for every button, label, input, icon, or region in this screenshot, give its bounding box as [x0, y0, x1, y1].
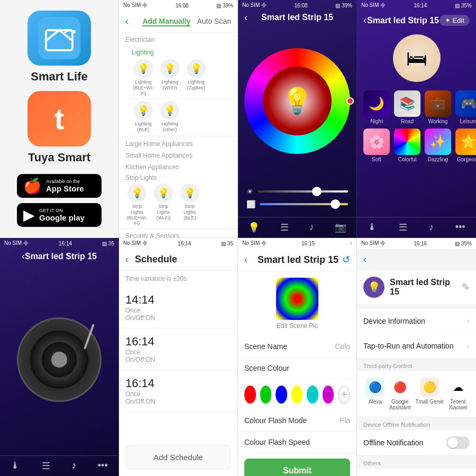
lighting-row-1: 💡 Lighting(BLE+Wi-Fi) 💡 Lighting(Wi-Fi) … [125, 57, 231, 99]
vinyl-center [51, 352, 67, 368]
color-yellow[interactable] [291, 386, 303, 404]
refresh-button[interactable]: ↺ [342, 254, 350, 266]
color-red[interactable] [244, 386, 256, 404]
offline-notif-toggle[interactable] [446, 436, 470, 449]
color-temp-thumb[interactable] [331, 199, 340, 209]
color-temp-track[interactable] [260, 203, 348, 205]
third-party-google[interactable]: 🔴 GoogleAssistant [389, 378, 411, 410]
tab-4-list[interactable]: ☰ [399, 222, 407, 233]
icon-bulb-3: 💡 [187, 59, 206, 78]
tab-list[interactable]: ☰ [280, 222, 289, 233]
status-time-8: 16:16 [414, 241, 427, 246]
brightness-track[interactable] [258, 190, 348, 193]
strip-wifi[interactable]: 💡 Strip Lights(Wi-Fi) [152, 184, 175, 226]
cat-large-home[interactable]: Large Home Appliances [119, 137, 237, 149]
lighting-other[interactable]: 💡 Lighting(other) [158, 101, 181, 133]
scene-night[interactable]: 🌙 Night [363, 90, 390, 124]
scene-working[interactable]: 💼 Working [425, 90, 451, 124]
back-button-6[interactable]: ‹ [125, 254, 129, 265]
lighting-ble[interactable]: 💡 Lighting(BLE) [132, 101, 155, 133]
cat-electrician[interactable]: Electrician [119, 33, 237, 44]
status-bar-4: No SIM 令 16:14 ▨ 35% [357, 0, 476, 11]
add-color-button[interactable]: + [338, 386, 350, 404]
third-party-alexa[interactable]: 🔵 Alexa [365, 378, 385, 410]
lighting-zigbee[interactable]: 💡 Lighting(ZigBee) [185, 59, 208, 96]
tab-camera[interactable]: 📷 [335, 222, 346, 233]
tab-4-bulb[interactable]: 🌡 [368, 222, 377, 233]
color-wheel[interactable]: 💡 [244, 48, 350, 154]
back-button-3[interactable]: ‹ [244, 12, 248, 23]
back-button-7[interactable]: ‹ [244, 254, 248, 266]
tab-5-more[interactable]: ••• [98, 460, 108, 472]
color-cyan[interactable] [307, 386, 318, 404]
info-section: Device Information › Tap-to-Run and Auto… [357, 309, 476, 359]
panel-add-manually: No SIM 令 16:08 ▨ 39% ‹ Add Manually Auto… [119, 0, 238, 238]
third-party-tecent[interactable]: ☁ TecentXiaowei [448, 378, 468, 410]
tab-5-music[interactable]: ♪ [71, 460, 76, 472]
edit-button-4[interactable]: ✦ Edit [440, 15, 470, 26]
tab-4-more[interactable]: ••• [455, 222, 465, 233]
toggle-dot [447, 437, 458, 448]
scene-name-leisure: Leisure [460, 118, 476, 124]
scene-name-label: Scene Name [244, 342, 287, 351]
status-bar-3: No SIM 令 16:08 ▨ 39% [238, 0, 356, 11]
cat-lighting[interactable]: Lighting [125, 45, 231, 57]
scene-colorful[interactable]: Colorful [394, 129, 420, 162]
strip-row: 💡 Strip Lights(BLE+Wi-Fi) 💡 Strip Lights… [125, 184, 231, 226]
cat-kitchen[interactable]: Kitchen Appliances [119, 160, 237, 172]
device-edit-icon[interactable]: ✎ [462, 281, 470, 293]
tab-4-music[interactable]: ♪ [429, 222, 434, 233]
color-wheel-area[interactable]: 💡 [238, 19, 356, 183]
tap-to-run-row[interactable]: Tap-to-Run and Automation › [357, 334, 476, 359]
google-play-text: GET IT ON Google play [39, 208, 85, 222]
tab-music[interactable]: ♪ [309, 222, 314, 233]
color-blue[interactable] [276, 386, 287, 404]
color-circles: + [238, 379, 356, 410]
color-temp-slider-row: ⬜ [246, 200, 348, 208]
back-button-2[interactable]: ‹ [125, 16, 129, 27]
scene-dazzling[interactable]: ✨ Dazzling [425, 129, 451, 162]
scene-read[interactable]: 📚 Read [394, 90, 420, 124]
color-magenta[interactable] [323, 386, 334, 404]
scene-leisure[interactable]: 🎮 Leisure [455, 90, 476, 124]
cat-small-home[interactable]: Small Home Appliances [119, 149, 237, 160]
add-schedule-button[interactable]: Add Schedule [125, 445, 231, 470]
panel-schedule: No SIM 令 16:14 ▨ 35 ‹ Schedule Time vari… [119, 238, 238, 476]
device-info-row[interactable]: Device Information › [357, 309, 476, 334]
device-category-list: Electrician Lighting 💡 Lighting(BLE+Wi-F… [119, 33, 237, 237]
app-store-badge[interactable]: 🍎 Available on the App Store [17, 174, 102, 198]
scene-name-gorgeous: Gorgeous [457, 157, 476, 162]
cat-security[interactable]: Security & Sensors [119, 229, 237, 237]
edit-scene-pic-label[interactable]: Edit Scene Pic [277, 322, 318, 329]
google-play-badge[interactable]: ▶ GET IT ON Google play [17, 203, 102, 227]
strip-icon-3: 💡 [180, 184, 199, 203]
back-button-8[interactable]: ‹ [363, 254, 367, 265]
lighting-ble-wifi[interactable]: 💡 Lighting(BLE+Wi-Fi) [132, 59, 155, 96]
auto-scan-tab[interactable]: Auto Scan [197, 17, 231, 26]
submit-button[interactable]: Submit [244, 459, 350, 476]
lighting-wifi[interactable]: 💡 Lighting(Wi-Fi) [158, 59, 181, 96]
share-device-row[interactable]: Share Device › [357, 469, 476, 476]
tab-bulb[interactable]: 💡 [248, 222, 260, 233]
scene-name-night: Night [370, 118, 382, 124]
scenes-title: Smart led Strip 15 [367, 16, 439, 25]
color-selector-dot[interactable] [346, 97, 354, 105]
add-manually-tab[interactable]: Add Manually [142, 17, 190, 26]
scene-pic[interactable] [276, 278, 318, 320]
scene-gorgeous[interactable]: 🌟 Gorgeous [455, 129, 476, 162]
strip-ble[interactable]: 💡 Strip Lights(BLE) [178, 184, 202, 226]
third-party-tmall[interactable]: 🟡 Tmall Genie [415, 378, 444, 410]
vinyl-record [17, 317, 102, 402]
status-battery-7: ↑ [350, 241, 352, 246]
tab-5-bulb[interactable]: 🌡 [11, 460, 20, 472]
back-button-4[interactable]: ‹ [363, 15, 367, 26]
scene-soft[interactable]: 🌸 Soft [363, 129, 390, 162]
add-manually-header: ‹ Add Manually Auto Scan [119, 11, 237, 33]
tab-5-list[interactable]: ☰ [42, 460, 50, 472]
schedule-action-1: On/Off:ON [125, 314, 231, 322]
color-green[interactable] [260, 386, 272, 404]
brightness-thumb[interactable] [312, 187, 322, 196]
strip-ble-wifi[interactable]: 💡 Strip Lights(BLE+Wi-Fi) [125, 184, 149, 226]
lighting-row-2: 💡 Lighting(BLE) 💡 Lighting(other) [125, 99, 231, 135]
bottom-tab-bar-4: 🌡 ☰ ♪ ••• [357, 217, 476, 237]
